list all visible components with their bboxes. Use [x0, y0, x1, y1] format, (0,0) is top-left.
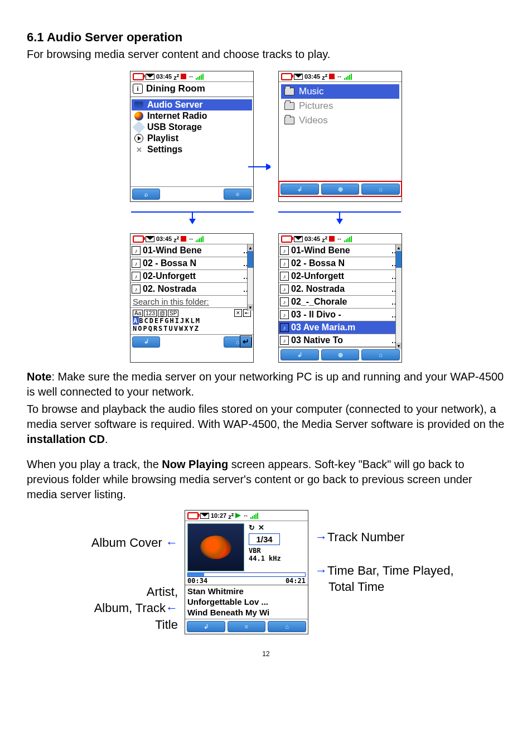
- callout-time-bar-l2: Total Time: [315, 579, 466, 595]
- category-label: Music: [299, 86, 323, 97]
- scroll-up-icon[interactable]: ▲: [396, 244, 402, 251]
- track-row[interactable]: ♪03 Ave Maria.m: [279, 321, 402, 334]
- scroll-thumb[interactable]: [248, 251, 253, 268]
- track-row[interactable]: ♪02-Unforgett...: [130, 270, 253, 283]
- sleep-icon: zz: [322, 235, 327, 243]
- softkey-list[interactable]: ≡: [228, 621, 266, 632]
- kbd-mode-symbol[interactable]: @: [158, 310, 167, 317]
- screen-home: 03:45 zz ↔ i Dining Room Audio Server In…: [130, 71, 254, 202]
- track-row[interactable]: ♪03 Native To...: [279, 334, 402, 347]
- settings-icon: ✕: [134, 145, 144, 154]
- softkey-list[interactable]: ≡: [224, 189, 252, 200]
- softkey-plus[interactable]: ⊕: [321, 184, 360, 195]
- music-note-icon: ♪: [132, 272, 141, 281]
- softkey-home[interactable]: ⌂: [361, 349, 400, 360]
- sync-icon: ↔: [188, 73, 194, 80]
- scrollbar[interactable]: ▲ ▼: [395, 244, 402, 349]
- figure-row-top: 03:45 zz ↔ i Dining Room Audio Server In…: [27, 71, 505, 202]
- track-title: 02. Nostrada: [143, 284, 196, 294]
- menu-label: Audio Server: [147, 100, 203, 110]
- kbd-key-a[interactable]: A: [133, 317, 139, 325]
- arrow-right-icon: →: [315, 564, 327, 577]
- mail-icon: [294, 74, 303, 80]
- music-note-icon: ♪: [280, 285, 289, 293]
- status-time: 03:45: [304, 235, 320, 242]
- scroll-thumb[interactable]: [396, 251, 402, 268]
- kbd-mode-alpha[interactable]: Aa: [133, 310, 143, 317]
- category-pictures[interactable]: Pictures: [281, 99, 399, 113]
- track-row[interactable]: ♪02. Nostrada...: [130, 283, 253, 296]
- note-text: .: [105, 433, 108, 445]
- status-time: 03:45: [156, 235, 172, 242]
- stop-icon: [181, 74, 186, 79]
- menu-item-playlist[interactable]: Playlist: [132, 133, 252, 144]
- music-note-icon: ♪: [280, 336, 289, 345]
- scrollbar[interactable]: ▲ ▼: [247, 244, 253, 311]
- room-header: i Dining Room: [130, 82, 253, 97]
- category-videos[interactable]: Videos: [281, 113, 399, 128]
- battery-icon: [281, 235, 292, 243]
- track-row[interactable]: ♪02. Nostrada...: [279, 283, 402, 296]
- kbd-enter-icon[interactable]: ↵: [240, 335, 252, 348]
- track-row[interactable]: ♪01-Wind Bene...: [130, 244, 253, 257]
- music-note-icon: ♪: [280, 246, 289, 255]
- track-row[interactable]: ♪02_-_Chorale...: [279, 296, 402, 309]
- softkey-back[interactable]: ↲: [187, 621, 225, 632]
- menu-item-settings[interactable]: ✕ Settings: [132, 144, 252, 155]
- time-progress-bar[interactable]: [187, 572, 306, 577]
- callout-artist: Artist,: [66, 584, 178, 600]
- category-music[interactable]: Music: [281, 84, 399, 99]
- track-title: 03 Native To: [291, 335, 343, 345]
- softkey-home[interactable]: ⌂: [361, 184, 400, 195]
- menu-item-audio-server[interactable]: Audio Server: [132, 99, 252, 110]
- kbd-mode-space[interactable]: SP: [168, 310, 178, 317]
- sync-icon: ↔: [336, 73, 342, 80]
- menu-item-usb-storage[interactable]: USB Storage: [132, 122, 252, 133]
- track-row[interactable]: ♪03 - Il Divo -...: [279, 309, 402, 321]
- softkey-spacer: [162, 189, 221, 200]
- softkey-back[interactable]: ↲: [280, 349, 319, 360]
- battery-icon: [133, 73, 144, 80]
- scroll-track: [396, 268, 402, 343]
- usb-icon: [134, 123, 144, 132]
- softkey-home[interactable]: ⌂: [268, 621, 306, 632]
- kbd-letters-row1[interactable]: ABCDEFGHIJKLM: [133, 317, 251, 325]
- softkey-back[interactable]: ↲: [132, 336, 160, 348]
- music-note-icon: ♪: [132, 259, 141, 268]
- room-name: Dining Room: [146, 83, 205, 94]
- status-time: 03:45: [156, 73, 172, 80]
- menu-item-internet-radio[interactable]: Internet Radio: [132, 110, 252, 122]
- para-text: When you play a track, the: [27, 458, 162, 470]
- track-row[interactable]: ♪02 - Bossa N...: [279, 257, 402, 270]
- status-bar: 03:45 zz ↔: [130, 71, 253, 82]
- svg-marker-4: [189, 219, 196, 224]
- sync-icon: ↔: [243, 512, 249, 519]
- softkey-search[interactable]: ⌕: [132, 189, 160, 200]
- music-note-icon: ♪: [280, 272, 289, 281]
- onscreen-keyboard[interactable]: Aa 123 @ SP ✕ ⇤ ABCDEFGHIJKLM NOPQRSTUVW…: [130, 308, 253, 334]
- track-title: 03 - Il Divo -: [291, 310, 341, 320]
- callouts-right: →Track Number →Time Bar, Time Played, To…: [315, 510, 466, 595]
- flow-arrow-down-icon: [278, 209, 401, 224]
- track-list: ♪01-Wind Bene... ♪02 - Bossa N... ♪02-Un…: [279, 244, 402, 347]
- menu-label: Settings: [147, 145, 182, 155]
- scroll-up-icon[interactable]: ▲: [248, 244, 253, 251]
- stop-icon: [329, 236, 335, 242]
- kbd-letters-row2[interactable]: NOPQRSTUVWXYZ: [133, 325, 251, 333]
- intro-paragraph: For browsing media server content and ch…: [27, 47, 505, 62]
- softkey-back[interactable]: ↲: [280, 184, 319, 195]
- track-title: 02 - Bossa N: [143, 258, 196, 268]
- track-row[interactable]: ♪02-Unforgett...: [279, 270, 402, 283]
- note-label: Note: [27, 370, 51, 383]
- track-row[interactable]: ♪02 - Bossa N...: [130, 257, 253, 270]
- scroll-down-icon[interactable]: ▼: [248, 304, 253, 311]
- softkey-plus[interactable]: ⊕: [321, 349, 360, 360]
- kbd-clear-icon[interactable]: ✕: [234, 309, 242, 317]
- kbd-mode-numeric[interactable]: 123: [144, 310, 157, 317]
- scroll-down-icon[interactable]: ▼: [396, 343, 402, 349]
- track-row[interactable]: ♪01-Wind Bene...: [279, 244, 402, 257]
- figure-row-bottom: 03:45 zz ↔ ♪01-Wind Bene... ♪02 - Bossa …: [27, 233, 505, 363]
- mail-icon: [200, 513, 209, 519]
- flow-arrow-down-icon: [131, 209, 254, 224]
- note-paragraph-2: To browse and playback the audio files s…: [27, 402, 505, 447]
